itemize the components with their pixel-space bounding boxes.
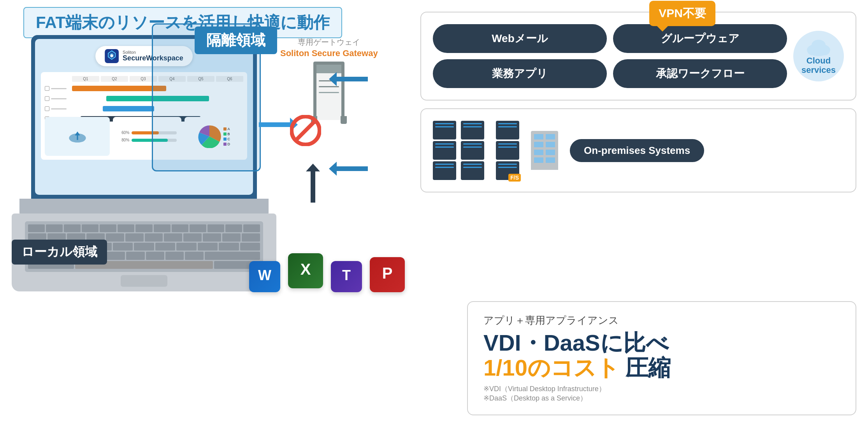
local-zone-label: ローカル領域 <box>12 240 107 265</box>
server-box <box>461 121 484 139</box>
word-icon: W <box>249 261 280 292</box>
cost-box: アプリ＋専用アプライアンス VDI・DaaSに比べ 1/10のコスト 圧縮 ※V… <box>467 301 856 415</box>
stat-pct-1: 60% <box>118 131 129 135</box>
server-box <box>433 161 456 180</box>
service-pill-workflow: 承認ワークフロー <box>613 59 787 88</box>
vpn-badge: VPN不要 <box>649 1 715 26</box>
service-pill-webmail: Webメール <box>433 24 607 53</box>
gantt-col-q1: Q1 <box>72 76 99 82</box>
services-grid: Webメール グループウェア Cloud services 業務アプリ 承認ワー… <box>433 24 844 88</box>
server-group-1 <box>433 121 484 180</box>
server-group-2: F/S <box>496 121 519 180</box>
no-entry-symbol <box>290 115 321 146</box>
service-pill-groupware: グループウェア <box>613 24 787 53</box>
excel-icon: X <box>288 253 323 288</box>
gateway-label-jp: 専用ゲートウェイ <box>298 37 360 48</box>
server-unit-1b <box>461 121 484 180</box>
cost-line1: VDI・DaaSに比べ <box>483 330 669 355</box>
cloud-upload-icon <box>68 129 87 143</box>
svg-text:P: P <box>382 265 393 282</box>
isolated-zone-label: 隔離領域 <box>195 26 277 54</box>
fs-label: F/S <box>508 174 521 182</box>
sw-logo-icon <box>105 49 119 63</box>
arrow-up-block <box>306 164 320 203</box>
laptop-hinge <box>19 199 269 214</box>
svg-point-5 <box>70 136 77 142</box>
teams-icon: T <box>331 261 362 292</box>
server-box <box>433 141 456 160</box>
server-box <box>461 141 484 160</box>
server-box <box>433 121 456 139</box>
gateway-device <box>309 62 348 124</box>
server-unit-1a <box>433 121 456 180</box>
cloud-icon <box>805 37 832 56</box>
server-box <box>461 161 484 180</box>
cost-main: VDI・DaaSに比べ 1/10のコスト 圧縮 <box>483 330 840 380</box>
right-panel: Webメール グループウェア Cloud services 業務アプリ 承認ワー… <box>420 12 856 192</box>
cloud-widget <box>45 117 110 156</box>
svg-text:T: T <box>342 267 351 283</box>
cost-subtitle: アプリ＋専用アプライアンス <box>483 314 840 327</box>
powerpoint-icon: P <box>370 257 405 292</box>
cost-note-1: ※VDI（Virtual Desktop Infrastructure） <box>483 384 840 393</box>
onprem-label: On-premises Systems <box>570 139 704 162</box>
cloud-services-badge: Cloud services <box>793 31 844 81</box>
gate-frame <box>313 62 344 120</box>
svg-text:W: W <box>258 267 271 283</box>
server-box <box>496 141 519 160</box>
svg-text:X: X <box>300 261 311 278</box>
gateway-label-en: Soliton Secure Gateway <box>280 48 378 58</box>
touchpad <box>121 275 167 287</box>
building-windows <box>531 131 558 166</box>
arrow-gateway-to-services <box>329 72 368 86</box>
cost-note-2: ※DaaS（Desktop as a Service） <box>483 393 840 403</box>
cloud-services-box: Webメール グループウェア Cloud services 業務アプリ 承認ワー… <box>420 12 856 101</box>
cost-highlight: 1/10のコスト <box>483 355 619 380</box>
gantt-col-q2: Q2 <box>101 76 128 82</box>
svg-point-6 <box>77 136 85 142</box>
office-icons-area: W X T P <box>249 249 405 292</box>
svg-point-14 <box>812 40 826 51</box>
arrow-services-to-gateway <box>329 162 368 176</box>
server-box-fs: F/S <box>496 161 519 180</box>
building-icon <box>531 131 558 170</box>
svg-line-10 <box>295 120 316 141</box>
cloud-services-label: Cloud services <box>793 56 844 75</box>
service-pill-business-app: 業務アプリ <box>433 59 607 88</box>
stat-pct-2: 80% <box>118 138 129 142</box>
server-box <box>496 121 519 139</box>
server-unit-2a: F/S <box>496 121 519 180</box>
cost-suffix: 圧縮 <box>619 355 671 380</box>
cost-notes: ※VDI（Virtual Desktop Infrastructure） ※Da… <box>483 384 840 403</box>
onprem-box: F/S On-premises Systems <box>420 108 856 192</box>
